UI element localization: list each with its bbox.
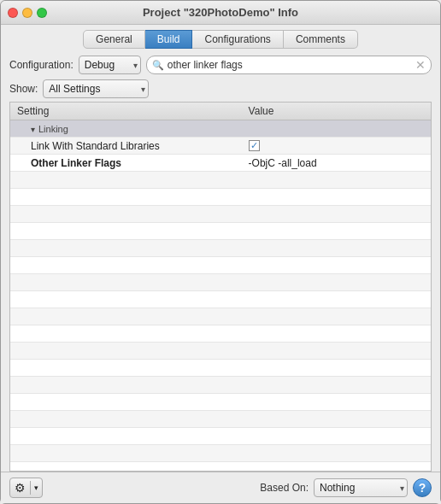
- table-row: [10, 274, 431, 291]
- titlebar: Project "320PhotoDemo" Info: [1, 1, 440, 25]
- tab-comments[interactable]: Comments: [284, 30, 358, 49]
- table-row: [10, 308, 431, 325]
- row-value[interactable]: -ObjC -all_load: [242, 155, 431, 172]
- show-row: Show: All Settings Changed Settings ▾: [1, 78, 440, 102]
- table-row: [10, 172, 431, 189]
- row-setting: Link With Standard Libraries: [10, 138, 242, 155]
- based-on-area: Based On: Nothing ▾ ?: [260, 478, 432, 497]
- col-header-value: Value: [242, 103, 431, 120]
- table-row: [10, 325, 431, 343]
- minimize-button[interactable]: [22, 8, 32, 18]
- tab-configurations[interactable]: Configurations: [192, 30, 283, 49]
- window: Project "320PhotoDemo" Info General Buil…: [0, 0, 441, 504]
- show-select-wrapper: All Settings Changed Settings ▾: [43, 79, 149, 98]
- gear-icon: ⚙: [10, 478, 30, 497]
- table-row: [10, 445, 431, 462]
- window-title: Project "320PhotoDemo" Info: [143, 6, 298, 19]
- settings-table-container: Setting Value ▾Linking Link With Standar…: [9, 102, 432, 472]
- row-setting: Other Linker Flags: [10, 155, 242, 172]
- search-clear-icon[interactable]: ✕: [415, 59, 426, 71]
- maximize-button[interactable]: [37, 8, 47, 18]
- search-box: 🔍 ✕: [146, 56, 432, 74]
- table-row: [10, 257, 431, 274]
- search-icon: 🔍: [152, 60, 164, 71]
- show-label: Show:: [9, 83, 38, 95]
- table-row: [10, 343, 431, 360]
- based-on-select-wrapper: Nothing ▾: [314, 478, 408, 497]
- table-row: [10, 377, 431, 394]
- table-row: [10, 240, 431, 257]
- table-row: [10, 428, 431, 445]
- table-row: [10, 411, 431, 428]
- tab-build[interactable]: Build: [145, 30, 193, 49]
- table-row: [10, 394, 431, 411]
- help-icon: ?: [419, 481, 426, 495]
- help-button[interactable]: ?: [413, 478, 432, 497]
- traffic-lights: [8, 8, 47, 18]
- gear-button[interactable]: ⚙ ▾: [9, 478, 43, 498]
- tabs-row: General Build Configurations Comments: [1, 25, 440, 52]
- table-row: Link With Standard Libraries ✓: [10, 138, 431, 155]
- settings-table: Setting Value ▾Linking Link With Standar…: [10, 103, 431, 472]
- table-row: [10, 291, 431, 308]
- gear-dropdown-arrow[interactable]: ▾: [30, 481, 42, 495]
- col-header-setting: Setting: [10, 103, 242, 120]
- section-chevron-icon[interactable]: ▾: [31, 125, 35, 134]
- configuration-row: Configuration: Debug Release ▾ 🔍 ✕: [1, 52, 440, 78]
- configuration-select-wrapper: Debug Release ▾: [79, 56, 141, 74]
- configuration-label: Configuration:: [9, 59, 74, 71]
- row-value: ✓: [242, 138, 431, 155]
- configuration-select[interactable]: Debug Release: [79, 56, 141, 74]
- table-row: [10, 360, 431, 377]
- tab-general[interactable]: General: [83, 30, 145, 49]
- show-select[interactable]: All Settings Changed Settings: [43, 79, 149, 98]
- section-label: ▾Linking: [10, 120, 431, 138]
- table-row: Other Linker Flags -ObjC -all_load: [10, 155, 431, 172]
- section-row-linking: ▾Linking: [10, 120, 431, 138]
- close-button[interactable]: [8, 8, 18, 18]
- search-input[interactable]: [168, 59, 412, 71]
- bottom-bar: ⚙ ▾ Based On: Nothing ▾ ?: [1, 472, 440, 503]
- checkbox-cell: ✓: [249, 140, 424, 151]
- table-row: [10, 223, 431, 240]
- checkbox-input[interactable]: ✓: [249, 140, 260, 151]
- based-on-label: Based On:: [260, 482, 309, 494]
- table-row: [10, 189, 431, 206]
- based-on-select[interactable]: Nothing: [314, 478, 408, 497]
- table-row: [10, 206, 431, 223]
- table-row: [10, 462, 431, 472]
